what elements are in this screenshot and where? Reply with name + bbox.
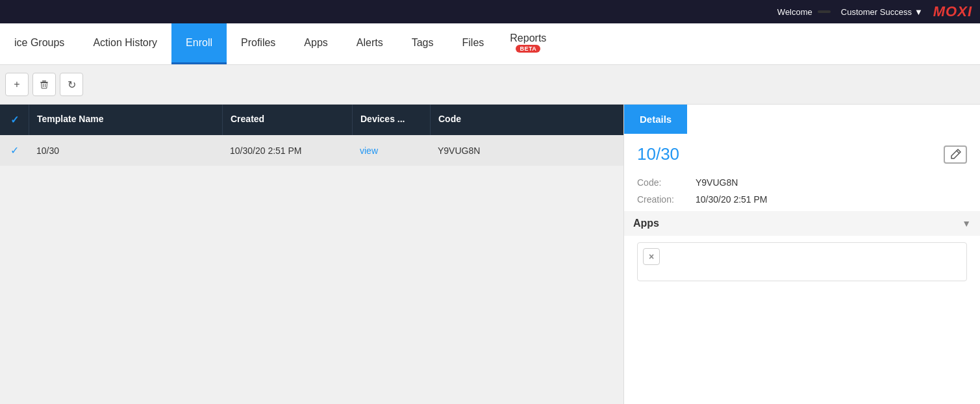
customer-success-menu[interactable]: Customer Success ▼ bbox=[841, 7, 923, 17]
add-button[interactable]: + bbox=[5, 73, 29, 96]
toolbar: + ↻ bbox=[0, 65, 980, 105]
nav-item-ice-groups[interactable]: ice Groups bbox=[0, 23, 79, 64]
apps-dropdown-icon: ▼ bbox=[962, 218, 971, 229]
details-body: 10/30 Code: Y9VUG8N Creation: 10/30/20 2… bbox=[624, 134, 980, 404]
th-check: ✓ bbox=[0, 105, 29, 135]
nav-bar: ice Groups Action History Enroll Profile… bbox=[0, 23, 980, 65]
user-name bbox=[818, 10, 831, 13]
details-edit-button[interactable] bbox=[944, 145, 967, 164]
trash-icon bbox=[39, 79, 49, 90]
app-tag-remove-button[interactable]: × bbox=[649, 251, 654, 262]
details-creation-value: 10/30/20 2:51 PM bbox=[696, 194, 768, 205]
table-row[interactable]: ✓ 10/30 10/30/20 2:51 PM view Y9VUG8N bbox=[0, 135, 623, 166]
th-code: Code bbox=[430, 105, 623, 135]
row-code: Y9VUG8N bbox=[430, 136, 623, 165]
row-created: 10/30/20 2:51 PM bbox=[222, 136, 352, 165]
nav-item-action-history[interactable]: Action History bbox=[79, 23, 171, 64]
details-title-row: 10/30 bbox=[637, 144, 967, 164]
nav-item-profiles[interactable]: Profiles bbox=[227, 23, 290, 64]
table-section: ✓ Template Name Created Devices ... Code… bbox=[0, 105, 623, 404]
customer-label: Customer Success bbox=[841, 7, 912, 17]
nav-item-enroll[interactable]: Enroll bbox=[171, 23, 227, 64]
refresh-button[interactable]: ↻ bbox=[60, 73, 83, 96]
details-code-row: Code: Y9VUG8N bbox=[637, 177, 967, 188]
apps-tag-area: × bbox=[637, 242, 967, 281]
edit-icon bbox=[949, 148, 962, 161]
details-code-label: Code: bbox=[637, 177, 696, 188]
customer-dropdown-icon: ▼ bbox=[914, 7, 923, 17]
details-creation-row: Creation: 10/30/20 2:51 PM bbox=[637, 194, 967, 205]
welcome-section: Welcome bbox=[777, 7, 831, 17]
table-body: ✓ 10/30 10/30/20 2:51 PM view Y9VUG8N bbox=[0, 135, 623, 166]
row-devices[interactable]: view bbox=[352, 136, 430, 165]
app-tag: × bbox=[643, 248, 660, 265]
welcome-label: Welcome bbox=[777, 7, 812, 17]
th-created: Created bbox=[222, 105, 352, 135]
row-check: ✓ bbox=[0, 135, 29, 166]
details-header-row: Details bbox=[624, 105, 980, 134]
details-panel: Details 10/30 Code: Y9VUG8N Creation: 10… bbox=[623, 105, 980, 404]
row-template-name: 10/30 bbox=[29, 136, 222, 165]
details-apps-section[interactable]: Apps ▼ bbox=[624, 211, 980, 236]
nav-item-apps[interactable]: Apps bbox=[290, 23, 342, 64]
svg-rect-0 bbox=[42, 81, 46, 82]
nav-item-files[interactable]: Files bbox=[448, 23, 499, 64]
th-devices: Devices ... bbox=[352, 105, 430, 135]
delete-button[interactable] bbox=[32, 73, 56, 96]
nav-item-reports[interactable]: Reports BETA bbox=[498, 23, 558, 64]
moki-logo: MOXI bbox=[933, 3, 972, 20]
details-title: 10/30 bbox=[637, 144, 679, 164]
main-content: ✓ Template Name Created Devices ... Code… bbox=[0, 105, 980, 404]
nav-item-tags[interactable]: Tags bbox=[397, 23, 448, 64]
beta-badge: BETA bbox=[516, 45, 540, 53]
details-creation-label: Creation: bbox=[637, 194, 696, 205]
devices-view-link[interactable]: view bbox=[360, 145, 378, 156]
svg-line-4 bbox=[957, 151, 959, 153]
th-template-name: Template Name bbox=[29, 105, 222, 135]
details-tab[interactable]: Details bbox=[624, 105, 687, 134]
top-bar: Welcome Customer Success ▼ MOXI bbox=[0, 0, 980, 23]
nav-item-alerts[interactable]: Alerts bbox=[342, 23, 397, 64]
details-code-value: Y9VUG8N bbox=[696, 177, 738, 188]
table-header: ✓ Template Name Created Devices ... Code bbox=[0, 105, 623, 135]
